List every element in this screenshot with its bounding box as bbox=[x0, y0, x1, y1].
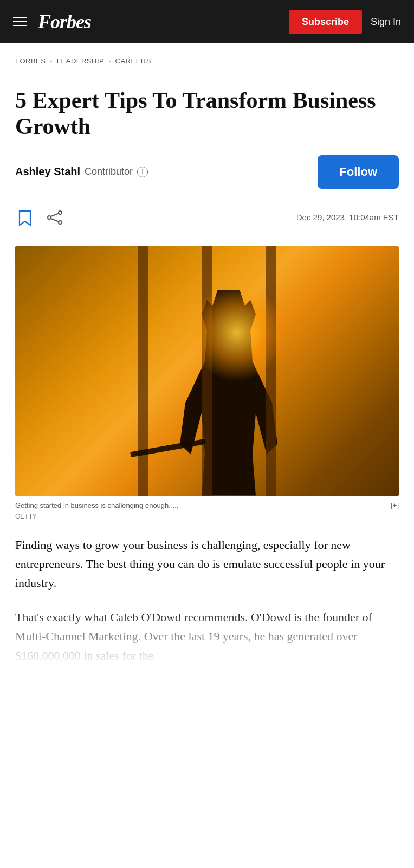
author-role: Contributor bbox=[85, 166, 133, 177]
article-title: 5 Expert Tips To Transform Business Grow… bbox=[0, 74, 414, 144]
info-icon[interactable]: i bbox=[137, 167, 148, 177]
article-image-container: Getting started in business is challengi… bbox=[15, 246, 399, 525]
paragraph-2-start: That's exactly what Caleb O'Dowd recomme… bbox=[15, 610, 372, 624]
multi-channel-marketing-link[interactable]: Multi-Channel Marketing bbox=[15, 629, 138, 643]
article-paragraph-1: Finding ways to grow your business is ch… bbox=[15, 535, 399, 593]
header-left: Forbes bbox=[13, 10, 91, 33]
article-image bbox=[15, 246, 399, 496]
window-bar-3 bbox=[266, 246, 276, 496]
image-credit: GETTY bbox=[15, 512, 399, 525]
breadcrumb-forbes[interactable]: FORBES bbox=[15, 57, 46, 65]
breadcrumb-separator-1: › bbox=[50, 56, 52, 65]
site-header: Forbes Subscribe Sign In bbox=[0, 0, 414, 43]
image-expand-button[interactable]: [+] bbox=[391, 501, 399, 509]
breadcrumb-leadership[interactable]: LEADERSHIP bbox=[57, 57, 104, 65]
forbes-logo[interactable]: Forbes bbox=[38, 10, 91, 33]
subscribe-button[interactable]: Subscribe bbox=[289, 10, 362, 34]
article-body: Finding ways to grow your business is ch… bbox=[0, 525, 414, 665]
author-info: Ashley Stahl Contributor i bbox=[15, 165, 148, 178]
breadcrumb-separator-2: › bbox=[108, 56, 111, 65]
article-timestamp: Dec 29, 2023, 10:04am EST bbox=[296, 213, 399, 222]
action-bar: Dec 29, 2023, 10:04am EST bbox=[0, 200, 414, 235]
svg-point-1 bbox=[59, 221, 62, 224]
svg-line-4 bbox=[51, 219, 59, 222]
svg-point-0 bbox=[59, 211, 62, 214]
share-icon[interactable] bbox=[46, 208, 65, 227]
signin-link[interactable]: Sign In bbox=[371, 16, 401, 28]
svg-line-3 bbox=[51, 213, 59, 216]
action-icons bbox=[15, 208, 65, 227]
follow-button[interactable]: Follow bbox=[318, 155, 399, 189]
author-section: Ashley Stahl Contributor i Follow bbox=[0, 144, 414, 200]
window-bar-1 bbox=[138, 246, 148, 496]
bookmark-icon[interactable] bbox=[15, 208, 35, 227]
window-bars bbox=[15, 246, 399, 496]
author-name[interactable]: Ashley Stahl bbox=[15, 165, 80, 178]
window-bar-2 bbox=[202, 246, 212, 496]
main-content: FORBES › LEADERSHIP › CAREERS 5 Expert T… bbox=[0, 43, 414, 665]
header-right: Subscribe Sign In bbox=[289, 10, 401, 34]
svg-point-2 bbox=[48, 216, 51, 219]
breadcrumb-careers[interactable]: CAREERS bbox=[115, 57, 151, 65]
article-paragraph-2: That's exactly what Caleb O'Dowd recomme… bbox=[15, 608, 399, 665]
breadcrumb: FORBES › LEADERSHIP › CAREERS bbox=[0, 43, 414, 74]
image-caption-text: Getting started in business is challengi… bbox=[15, 501, 385, 509]
hamburger-menu[interactable] bbox=[13, 17, 27, 26]
image-caption-row: Getting started in business is challengi… bbox=[15, 496, 399, 512]
